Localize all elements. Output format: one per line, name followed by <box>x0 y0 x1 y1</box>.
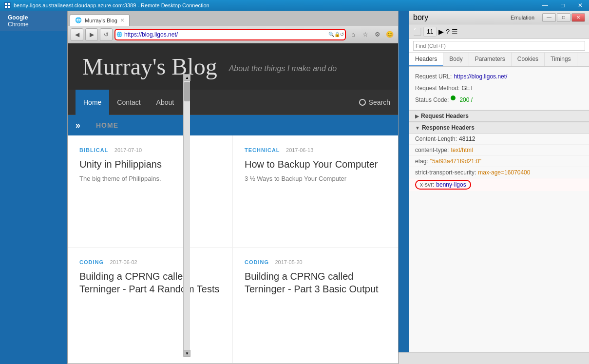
breadcrumb-text: HOME <box>88 121 118 129</box>
post-category-3: CODING <box>79 259 104 265</box>
blog-post-2: TECHNICAL 2017-06-13 How to Backup Your … <box>233 135 398 248</box>
address-bar[interactable]: 🌐 https://blog.ligos.net/ 🔍 🔒 ↺ <box>114 29 346 40</box>
blog-post-3: CODING 2017-06-02 Building a CPRNG calle… <box>68 248 233 364</box>
post-meta-3: CODING 2017-06-02 <box>79 257 221 266</box>
tab-parameters[interactable]: Parameters <box>469 53 512 66</box>
sts-value: max-age=16070400 <box>478 168 530 177</box>
site-subtitle: About the things I make and do <box>229 64 337 73</box>
devtools-minimize-btn[interactable]: — <box>542 13 556 22</box>
svg-rect-3 <box>5 6 7 8</box>
nav-item-contact[interactable]: Contact <box>109 90 148 115</box>
content-length-value: 48112 <box>459 134 475 143</box>
post-title-1[interactable]: Unity in Philippians <box>79 158 221 171</box>
emoji-icon[interactable]: 😊 <box>384 29 395 40</box>
content-type-label: content-type: <box>415 146 449 154</box>
reload-button[interactable]: ↺ <box>100 28 113 41</box>
chrome-label-line1: Google <box>8 14 28 21</box>
x-svr-value: benny-ligos <box>436 181 466 188</box>
svg-rect-1 <box>5 3 7 5</box>
sts-label: strict-transport-security: <box>415 168 476 177</box>
site-header: Murray's Blog About the things I make an… <box>68 43 398 90</box>
tab-cookies[interactable]: Cookies <box>512 53 545 66</box>
post-category-1: BIBLICAL <box>79 147 108 153</box>
status-code-label: Status Code: <box>415 96 449 104</box>
request-method-value: GET <box>461 84 474 93</box>
post-category-2: TECHNICAL <box>245 147 280 153</box>
devtools-maximize-btn[interactable]: □ <box>557 13 570 22</box>
lock-icon: 🔒 <box>334 32 340 37</box>
nav-item-home[interactable]: Home <box>76 90 109 115</box>
search-label: Search <box>369 98 390 106</box>
tab-favicon: 🌐 <box>75 17 82 23</box>
post-title-2[interactable]: How to Backup Your Computer <box>245 158 386 171</box>
network-detail-tabs: Headers Body Parameters Cookies Timings <box>409 53 589 67</box>
devtools-icon-1[interactable]: ⬜ <box>413 28 421 36</box>
url-text: https://blog.ligos.net/ <box>124 31 328 38</box>
devtools-icon-2[interactable]: 11 <box>423 27 437 37</box>
x-svr-label: x-svr: <box>420 181 434 188</box>
svg-rect-4 <box>8 6 10 8</box>
tab-timings[interactable]: Timings <box>545 53 577 66</box>
devtools-icon-5[interactable]: ☰ <box>452 28 458 36</box>
status-green-dot <box>451 96 456 100</box>
taskbar: benny-ligos.australiaeast.cloudapp.azure… <box>0 0 589 11</box>
devtools-icon-3[interactable]: ▶ <box>438 28 444 36</box>
site-title: Murray's Blog <box>82 53 217 80</box>
tab-headers[interactable]: Headers <box>409 53 443 66</box>
forward-button[interactable]: ▶ <box>85 28 98 41</box>
nav-search[interactable]: Search <box>359 98 390 106</box>
post-date-2: 2017-06-13 <box>286 147 313 153</box>
tab-close-button[interactable]: ✕ <box>120 18 124 23</box>
devtools-icon-4[interactable]: ? <box>446 28 450 36</box>
response-headers-label: Response Headers <box>422 124 475 131</box>
devtools-header-right: Emulation — □ ✕ <box>507 13 585 22</box>
nav-item-about[interactable]: About <box>149 90 182 115</box>
status-code-value: 200 / <box>459 96 473 104</box>
svg-rect-2 <box>8 3 10 5</box>
status-code-row: Status Code: 200 / <box>415 94 583 106</box>
chrome-app-label: Google Chrome <box>0 11 67 31</box>
scroll-thumb[interactable] <box>184 82 190 101</box>
request-method-row: Request Method: GET <box>415 82 583 94</box>
tab-body[interactable]: Body <box>443 53 469 66</box>
scroll-up-arrow[interactable]: ▲ <box>184 74 190 81</box>
post-category-4: CODING <box>245 259 269 265</box>
maximize-button[interactable]: □ <box>554 0 571 11</box>
minimize-button[interactable]: — <box>536 0 554 11</box>
post-meta-4: CODING 2017-05-20 <box>245 257 386 266</box>
blog-grid: BIBLICAL 2017-07-10 Unity in Philippians… <box>68 135 398 364</box>
find-input[interactable] <box>413 41 585 51</box>
etag-row: etag: "5af93a471f9d21:0" <box>409 156 589 167</box>
tab-bar: 🌐 Murray's Blog ✕ <box>68 11 398 26</box>
tab-title: Murray's Blog <box>85 18 117 23</box>
post-date-1: 2017-07-10 <box>114 147 142 153</box>
emulation-label: Emulation <box>507 15 538 20</box>
request-url-value[interactable]: https://blog.ligos.net/ <box>454 72 507 81</box>
post-date-4: 2017-05-20 <box>275 259 302 265</box>
scroll-down-arrow[interactable]: ▼ <box>184 350 190 357</box>
scrollbar[interactable]: ▲ ▼ <box>183 74 190 357</box>
devtools-header: bory Emulation — □ ✕ <box>409 11 589 24</box>
response-headers-toggle[interactable]: ▼ <box>415 125 420 131</box>
devtools-close-btn[interactable]: ✕ <box>571 13 585 22</box>
content-length-label: Content-Length: <box>415 134 457 143</box>
taskbar-title: benny-ligos.australiaeast.cloudapp.azure… <box>14 2 209 8</box>
request-headers-toggle[interactable]: ▶ <box>415 114 419 119</box>
post-meta-2: TECHNICAL 2017-06-13 <box>245 145 386 154</box>
close-button[interactable]: ✕ <box>571 0 589 11</box>
devtools-panel: bory Emulation — □ ✕ ⬜ 11 ▶ ? ☰ Headers … <box>409 11 589 364</box>
post-title-3[interactable]: Building a CPRNG called Terninger - Part… <box>79 270 221 295</box>
request-info: Request URL: https://blog.ligos.net/ Req… <box>409 67 589 110</box>
browser-tab[interactable]: 🌐 Murray's Blog ✕ <box>70 14 130 26</box>
home-icon[interactable]: ⌂ <box>348 29 359 40</box>
back-button[interactable]: ◀ <box>71 28 83 41</box>
request-method-label: Request Method: <box>415 84 459 93</box>
content-type-row: content-type: text/html <box>409 145 589 156</box>
security-icon: 🌐 <box>116 32 122 37</box>
x-svr-row: x-svr: benny-ligos <box>409 178 589 191</box>
star-icon[interactable]: ☆ <box>360 29 371 40</box>
gear-icon[interactable]: ⚙ <box>372 29 383 40</box>
sts-row: strict-transport-security: max-age=16070… <box>409 167 589 178</box>
devtools-header-title: bory <box>413 13 428 22</box>
post-title-4[interactable]: Building a CPRNG called Terninger - Part… <box>245 270 386 295</box>
